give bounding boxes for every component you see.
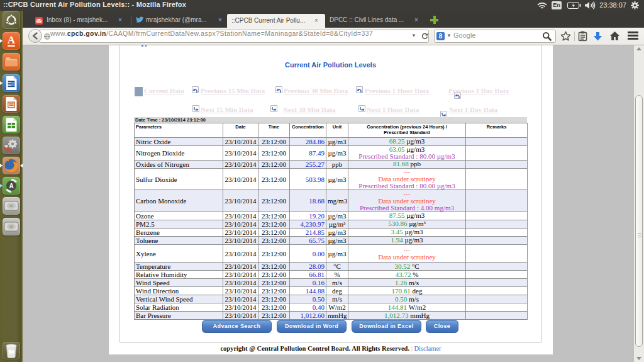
svg-text:A: A bbox=[9, 183, 13, 189]
